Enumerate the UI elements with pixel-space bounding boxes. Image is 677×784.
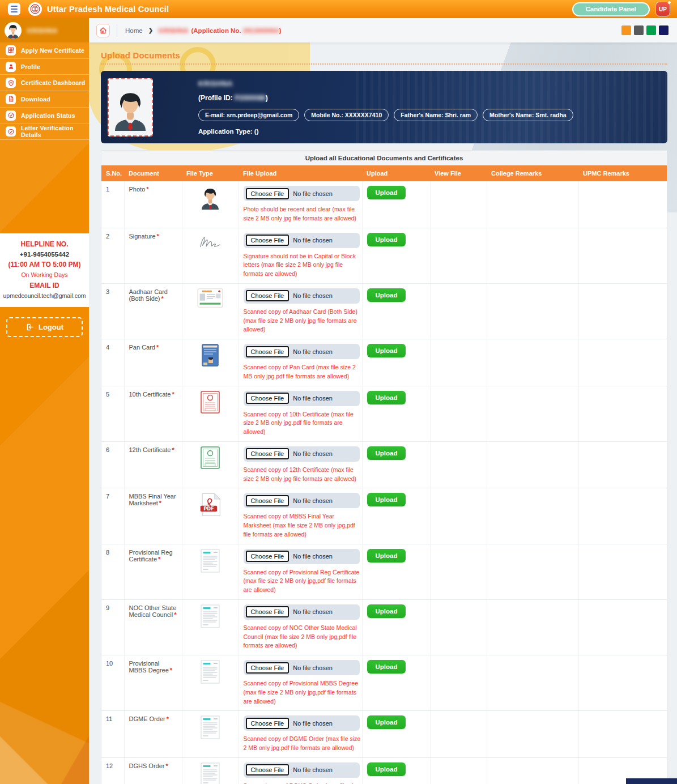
table-row: 2 Signature* Choose File No file chosen (101, 228, 667, 283)
college-remarks-cell (487, 544, 578, 599)
breadcrumb-user-name: KRISHNA (159, 27, 188, 34)
upmc-remarks-cell (578, 655, 667, 711)
upload-button[interactable]: Upload (367, 715, 406, 729)
upload-button[interactable]: Upload (367, 344, 406, 357)
choose-file-button[interactable]: Choose File (246, 235, 289, 246)
sno-cell: 10 (101, 655, 124, 711)
document-cell: MBBS Final Year Marksheet* (124, 488, 182, 544)
file-type-thumbnail (202, 344, 219, 367)
college-remarks-cell (487, 711, 578, 758)
file-input[interactable]: Choose File No file chosen (244, 715, 360, 731)
choose-file-button[interactable]: Choose File (246, 346, 289, 357)
up-badge-label: UP (659, 6, 667, 12)
document-cell: DGME Order* (124, 711, 182, 758)
choose-file-button[interactable]: Choose File (246, 718, 289, 729)
hamburger-menu-icon[interactable] (8, 3, 20, 15)
upload-button[interactable]: Upload (367, 391, 406, 404)
sidebar-item[interactable]: Download (0, 91, 89, 108)
choose-file-button[interactable]: Choose File (246, 448, 289, 459)
choose-file-button[interactable]: Choose File (246, 188, 289, 199)
upload-button[interactable]: Upload (367, 288, 406, 302)
file-upload-cell: Choose File No file chosen Scanned copy … (239, 711, 362, 758)
upload-hint: Scanned copy of MBBS Final Year Markshee… (244, 512, 361, 539)
sidebar-item[interactable]: Letter Verification Details (0, 123, 89, 140)
choose-file-button[interactable]: Choose File (246, 495, 289, 506)
sno-cell: 1 (101, 181, 124, 228)
email-value: upmedcouncil.tech@gmail.com (2, 292, 87, 299)
sidebar-item[interactable]: Apply New Certificate (0, 42, 89, 59)
file-status: No file chosen (293, 497, 333, 504)
file-input[interactable]: Choose File No file chosen (244, 493, 360, 508)
upload-button[interactable]: Upload (367, 762, 406, 776)
file-type-cell (182, 655, 239, 711)
sidebar-user[interactable]: KRISHNA (0, 18, 89, 42)
upload-cell: Upload (362, 599, 430, 655)
college-remarks-cell (487, 228, 578, 283)
table-row: 7 MBBS Final Year Marksheet* Choose File… (101, 488, 667, 544)
choose-file-button[interactable]: Choose File (246, 393, 289, 404)
color-swatch[interactable] (621, 25, 631, 35)
upload-button[interactable]: Upload (367, 233, 406, 246)
file-input[interactable]: Choose File No file chosen (244, 391, 360, 406)
file-input[interactable]: Choose File No file chosen (244, 604, 360, 620)
choose-file-button[interactable]: Choose File (246, 662, 289, 674)
upmc-logo (28, 2, 42, 16)
view-file-cell (430, 655, 487, 711)
file-input[interactable]: Choose File No file chosen (244, 233, 360, 248)
helpline-days: On Working Days (2, 271, 87, 278)
sidebar-item[interactable]: Application Status (0, 108, 89, 124)
page-title: Upload Documents (89, 42, 677, 63)
choose-file-button[interactable]: Choose File (246, 551, 289, 562)
color-swatch[interactable] (646, 25, 656, 35)
college-remarks-cell (487, 339, 578, 386)
upmc-remarks-cell (578, 228, 667, 283)
upmc-remarks-cell (578, 711, 667, 758)
breadcrumb-home-link[interactable]: Home (125, 27, 143, 34)
color-swatch[interactable] (634, 25, 644, 35)
sno-cell: 5 (101, 386, 124, 441)
view-file-cell (430, 228, 487, 283)
upload-button[interactable]: Upload (367, 186, 406, 199)
upload-hint: Signature should not be in Capital or Bl… (244, 252, 361, 279)
color-swatch[interactable] (659, 25, 669, 35)
sidebar-decoration (0, 546, 89, 784)
file-input[interactable]: Choose File No file chosen (244, 660, 360, 675)
home-icon[interactable] (96, 24, 110, 37)
upmc-remarks-cell (578, 599, 667, 655)
file-input[interactable]: Choose File No file chosen (244, 344, 360, 359)
candidate-panel-button[interactable]: Candidate Panel (572, 2, 650, 16)
profile-id: (Profile ID: P2000088) (198, 94, 658, 102)
file-input[interactable]: Choose File No file chosen (244, 549, 360, 564)
upload-button[interactable]: Upload (367, 604, 406, 618)
logout-button[interactable]: Logout (6, 317, 83, 337)
upmc-remarks-cell (578, 283, 667, 339)
upload-button[interactable]: Upload (367, 660, 406, 674)
upload-button[interactable]: Upload (367, 493, 406, 506)
sidebar-item-label: Profile (21, 63, 40, 70)
file-type-cell (182, 228, 239, 283)
sno-cell: 2 (101, 228, 124, 283)
choose-file-button[interactable]: Choose File (246, 290, 289, 301)
file-input[interactable]: Choose File No file chosen (244, 186, 360, 201)
upload-button[interactable]: Upload (367, 446, 406, 460)
file-input[interactable]: Choose File No file chosen (244, 288, 360, 304)
sidebar-item-label: Download (21, 96, 50, 103)
sidebar-item[interactable]: Profile (0, 59, 89, 75)
sidebar-user-name: KRISHNA (27, 27, 58, 34)
file-status: No file chosen (293, 237, 333, 244)
upload-button[interactable]: Upload (367, 549, 406, 563)
file-input[interactable]: Choose File No file chosen (244, 762, 360, 778)
choose-file-button[interactable]: Choose File (246, 606, 289, 617)
view-file-cell (430, 757, 487, 784)
helpline-hours: (11:00 AM TO 5:00 PM) (2, 261, 87, 269)
file-status: No file chosen (293, 608, 333, 615)
sidebar-item[interactable]: Certificate Dashboard (0, 75, 89, 91)
choose-file-button[interactable]: Choose File (246, 764, 289, 776)
logout-icon (25, 323, 34, 331)
file-upload-cell: Choose File No file chosen Photo should … (239, 181, 362, 228)
up-profile-badge[interactable]: UP (655, 2, 670, 16)
file-status: No file chosen (293, 395, 333, 402)
file-input[interactable]: Choose File No file chosen (244, 446, 360, 462)
file-upload-cell: Choose File No file chosen Scanned copy … (239, 488, 362, 544)
upload-cell: Upload (362, 339, 430, 386)
